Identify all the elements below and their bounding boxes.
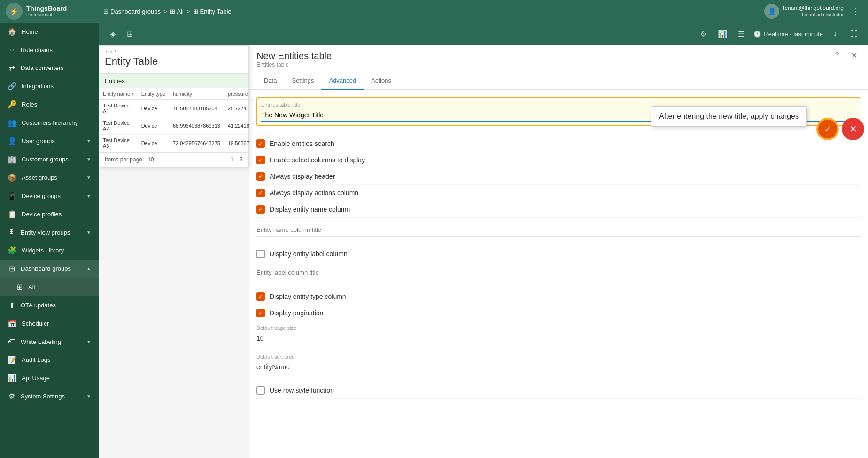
items-per-page-value[interactable]: 10 (147, 156, 154, 163)
sidebar-item-ota-updates[interactable]: ⬆ OTA updates (0, 296, 99, 314)
apply-button[interactable]: ✓ (816, 118, 839, 140)
entity-view-groups-icon: 👁 (8, 228, 16, 237)
col-entity-name[interactable]: Entity name ↑ (99, 88, 138, 100)
sidebar-item-device-profiles[interactable]: 📋 Device profiles (0, 205, 99, 223)
sidebar-label-rule-chains: Rule chains (21, 46, 91, 53)
table-row: Test Device A1 Device 78.5057183185204 2… (99, 100, 253, 117)
widgets-library-icon: 🧩 (8, 246, 17, 255)
settings-toolbar-icon[interactable]: ⚙ (697, 27, 710, 40)
sidebar-item-api-usage[interactable]: 📊 Api Usage (0, 369, 99, 387)
tab-data[interactable]: Data (256, 72, 284, 90)
default-sort-order-input[interactable] (256, 361, 860, 373)
cb-label-display-pagination: Display pagination (270, 309, 323, 317)
more-icon[interactable]: ⋮ (849, 5, 862, 18)
user-info[interactable]: 👤 tenant@thingsboard.org Tenant administ… (764, 4, 844, 19)
sidebar-item-device-groups[interactable]: 📱 Device groups ▼ (0, 187, 99, 205)
sidebar-item-asset-groups[interactable]: 📦 Asset groups ▼ (0, 168, 99, 187)
time-selector[interactable]: 🕐 Realtime - last minute (753, 31, 823, 38)
cb-display-entity-name[interactable]: ✓ (256, 205, 265, 214)
scheduler-icon: 📅 (8, 319, 17, 328)
breadcrumb: ⊞ Dashboard groups > ⊞ All > ⊞ Entity Ta… (103, 8, 742, 15)
user-email: tenant@thingsboard.org (783, 5, 844, 12)
sidebar-item-all[interactable]: ⊞ All (0, 278, 99, 296)
breadcrumb-label-2: All (177, 8, 184, 15)
cb-enable-select-cols[interactable]: ✓ (256, 156, 265, 164)
sidebar-label-api-usage: Api Usage (22, 374, 91, 382)
cb-display-entity-label[interactable] (256, 250, 265, 258)
col-entity-type[interactable]: Entity type (138, 88, 169, 100)
download-icon[interactable]: ↓ (829, 27, 842, 40)
sidebar-item-audit-logs[interactable]: 📝 Audit Logs (0, 351, 99, 369)
sidebar-item-rule-chains[interactable]: ↔ Rule chains (0, 41, 99, 59)
cb-always-actions[interactable]: ✓ (256, 189, 265, 197)
default-sort-order-field: Default sort order (256, 354, 860, 373)
breadcrumb-dashboard-groups[interactable]: ⊞ Dashboard groups (103, 8, 161, 15)
sidebar-item-dashboard-groups[interactable]: ⊞ Dashboard groups ▲ (0, 260, 99, 278)
cb-label-display-entity-label: Display entity label column (270, 250, 348, 258)
tooltip-arrow: → (807, 111, 817, 122)
tooltip-bubble: After entering the new title, apply chan… (651, 106, 807, 127)
sidebar-item-customer-groups[interactable]: 🏢 Customer groups ▼ (0, 150, 99, 168)
cell-hum-3: 72.04295676643275 (169, 135, 224, 152)
cb-always-header[interactable]: ✓ (256, 172, 265, 181)
sidebar-item-roles[interactable]: 🔑 Roles (0, 95, 99, 114)
cb-display-entity-type[interactable]: ✓ (256, 292, 265, 301)
sidebar-item-home[interactable]: 🏠 Home (0, 23, 99, 41)
audit-logs-icon: 📝 (8, 355, 17, 364)
home-icon: 🏠 (8, 27, 17, 36)
sidebar-item-user-groups[interactable]: 👤 User groups ▼ (0, 132, 99, 150)
system-settings-arrow: ▼ (86, 394, 91, 399)
widget-title-input[interactable]: Entity Table (105, 55, 243, 68)
layer-icon[interactable]: ◈ (106, 27, 119, 40)
customer-groups-arrow: ▼ (86, 157, 91, 162)
breadcrumb-label-1: Dashboard groups (110, 8, 161, 15)
cell-pres-1: 25.72741 (224, 100, 253, 117)
editor-tabs: Data Settings Advanced Actions (249, 72, 868, 90)
sidebar-label-audit-logs: Audit Logs (22, 356, 91, 363)
tab-actions[interactable]: Actions (364, 72, 399, 90)
entity-name-col-input[interactable] (256, 223, 860, 237)
sidebar-item-data-converters[interactable]: ⇄ Data converters (0, 59, 99, 77)
cb-use-row-style[interactable] (256, 386, 265, 395)
user-groups-arrow: ▼ (86, 138, 91, 144)
brand-sub: Professional (26, 12, 67, 18)
cancel-button[interactable]: ✕ (842, 118, 864, 140)
col-pressure[interactable]: pressure (224, 88, 253, 100)
cell-type-3: Device (138, 135, 169, 152)
default-page-size-input[interactable] (256, 333, 860, 344)
cell-name-2: Test Device A2 (99, 117, 138, 135)
sidebar-item-integrations[interactable]: 🔗 Integrations (0, 77, 99, 95)
cb-display-pagination[interactable]: ✓ (256, 309, 265, 317)
sidebar-item-widgets-library[interactable]: 🧩 Widgets Library (0, 241, 99, 260)
cell-pres-3: 19.56367 (224, 135, 253, 152)
expand-icon[interactable]: ⛶ (847, 27, 860, 40)
sidebar-item-white-labeling[interactable]: 🏷 White Labeling ▼ (0, 333, 99, 351)
sidebar-item-customers-hierarchy[interactable]: 👥 Customers hierarchy (0, 114, 99, 132)
close-editor-button[interactable]: ✕ (847, 49, 860, 62)
cb-row-always-actions: ✓ Always display actions column (256, 185, 860, 201)
sidebar-item-entity-view-groups[interactable]: 👁 Entity view groups ▼ (0, 223, 99, 241)
sidebar-label-customer-groups: Customer groups (22, 156, 82, 163)
tab-settings[interactable]: Settings (284, 72, 321, 90)
widget-title-field-label: Title * (105, 49, 243, 54)
chart-toolbar-icon[interactable]: 📊 (716, 27, 729, 40)
editor-subtitle: Entities table (256, 61, 860, 68)
grid-view-icon[interactable]: ⊞ (123, 27, 136, 40)
widget-editor: New Entities table Entities table After … (249, 45, 868, 458)
cb-enable-search[interactable]: ✓ (256, 139, 265, 148)
col-humidity[interactable]: humidity (169, 88, 224, 100)
sidebar-sub-dashboard: ⊞ All (0, 278, 99, 296)
filter-toolbar-icon[interactable]: ☰ (735, 27, 748, 40)
breadcrumb-entity-table[interactable]: ⊞ Entity Table (193, 8, 232, 15)
cb-row-always-header: ✓ Always display header (256, 168, 860, 185)
brand-name: ThingsBoard (26, 5, 67, 13)
sidebar-item-scheduler[interactable]: 📅 Scheduler (0, 314, 99, 333)
breadcrumb-all[interactable]: ⊞ All (170, 8, 184, 15)
fullscreen-icon[interactable]: ⛶ (745, 5, 759, 18)
sidebar-item-system-settings[interactable]: ⚙ System Settings ▼ (0, 387, 99, 405)
tab-advanced[interactable]: Advanced (321, 72, 364, 90)
entity-label-col-input[interactable] (256, 266, 860, 279)
help-button[interactable]: ? (830, 49, 844, 62)
cb-label-display-entity-type: Display entity type column (270, 293, 346, 300)
user-groups-icon: 👤 (8, 137, 17, 145)
